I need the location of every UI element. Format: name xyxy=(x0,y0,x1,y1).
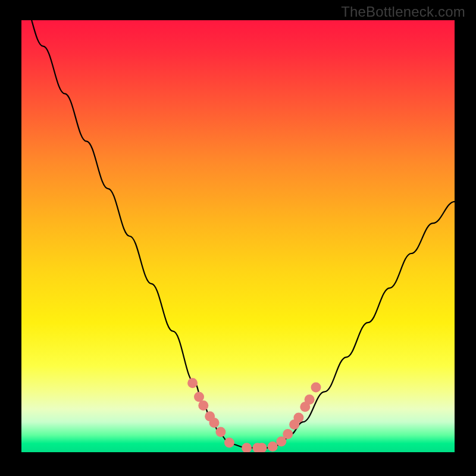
chart-container: TheBottleneck.com xyxy=(0,0,476,476)
highlight-dot xyxy=(283,429,293,439)
highlight-dot xyxy=(293,412,303,422)
highlight-dot xyxy=(215,427,226,437)
highlight-dot xyxy=(311,383,321,393)
highlight-dot xyxy=(268,441,278,452)
highlight-dot xyxy=(242,443,252,452)
highlight-dot xyxy=(305,394,315,405)
highlight-dot xyxy=(224,438,234,448)
highlight-dots xyxy=(187,378,321,452)
highlight-dot xyxy=(194,392,204,402)
highlight-dot xyxy=(209,418,220,428)
watermark-text: TheBottleneck.com xyxy=(341,4,465,20)
highlight-dot xyxy=(198,400,208,411)
bottleneck-curve xyxy=(21,20,455,448)
highlight-dot xyxy=(187,378,198,388)
plot-area xyxy=(21,20,455,452)
curve-layer xyxy=(21,20,455,452)
